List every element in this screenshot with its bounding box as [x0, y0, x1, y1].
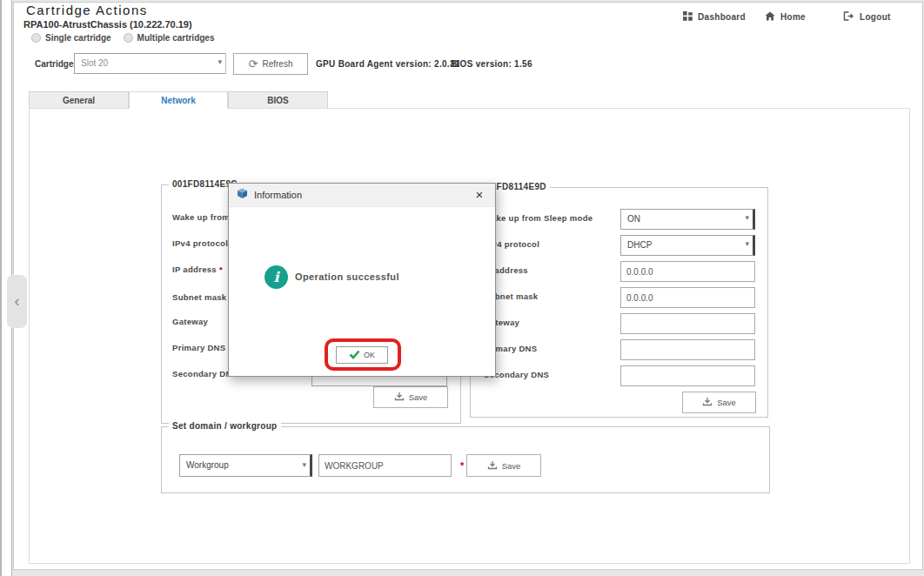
info-icon: i [264, 265, 288, 289]
field-label: Subnet mask* [172, 292, 232, 302]
ip-address-input-e9d[interactable] [620, 261, 755, 282]
nav-dashboard-label: Dashboard [698, 12, 746, 22]
cartridge-mode-radio-group: Single cartridge Multiple cartridges [31, 33, 214, 43]
nav-dashboard[interactable]: Dashboard [683, 9, 746, 24]
sidebar-collapse-handle[interactable]: ‹ [7, 275, 27, 328]
gateway-input-e9d[interactable] [620, 313, 755, 334]
bios-version: BIOS version: 1.56 [451, 59, 532, 69]
domain-workgroup-panel: Set domain / workgroup Workgroup ▾ * Sav… [161, 426, 770, 493]
nic-panel-e9d: 001FD8114E9D Wake up from Sleep mode ON … [470, 187, 768, 418]
domain-workgroup-legend: Set domain / workgroup [169, 421, 281, 431]
gpu-agent-version: GPU Board Agent version: 2.0.31 [316, 59, 460, 69]
select-value: ON [627, 214, 640, 224]
required-asterisk: * [460, 460, 464, 471]
information-dialog: Information × i Operation successful OK [228, 183, 496, 377]
domain-type-select[interactable]: Workgroup ▾ [179, 454, 312, 477]
radio-single-label: Single cartridge [45, 33, 111, 43]
page-title: Cartridge Actions [26, 3, 148, 17]
radio-multiple-label: Multiple cartridges [137, 33, 215, 43]
tab-general[interactable]: General [29, 91, 129, 109]
save-button-e9c[interactable]: Save [373, 386, 448, 408]
field-label: IPv4 protocol [172, 238, 231, 248]
save-label: Save [502, 461, 521, 471]
field-label: Wake up from Sleep mode [484, 213, 593, 223]
primary-dns-input-e9d[interactable] [620, 339, 755, 360]
subnet-mask-input-e9d[interactable] [620, 287, 755, 308]
check-icon [349, 350, 360, 361]
chevron-down-icon: ▾ [302, 461, 306, 469]
chevron-down-icon: ▾ [745, 240, 749, 248]
save-label: Save [717, 398, 736, 407]
dashboard-grid-icon [683, 9, 693, 24]
select-value: DHCP [627, 240, 652, 250]
dialog-message: Operation successful [295, 271, 399, 282]
tab-network[interactable]: Network [129, 91, 228, 109]
refresh-button[interactable]: ⟳ Refresh [233, 53, 308, 75]
secondary-dns-input-e9d[interactable] [620, 365, 755, 386]
save-button-e9d[interactable]: Save [682, 392, 756, 413]
required-asterisk: * [219, 265, 223, 274]
refresh-label: Refresh [262, 59, 292, 69]
radio-single-cartridge[interactable]: Single cartridge [31, 33, 111, 43]
ok-button[interactable]: OK [336, 346, 388, 364]
radio-icon [31, 33, 41, 43]
chevron-down-icon: ▾ [745, 214, 749, 222]
refresh-icon: ⟳ [249, 58, 258, 70]
cartridge-select-value: Slot 20 [81, 58, 108, 68]
logout-icon [843, 9, 854, 24]
nav-home[interactable]: Home [765, 9, 806, 24]
chevron-left-icon: ‹ [15, 292, 20, 311]
chassis-subtitle: RPA100-AtrustChassis (10.222.70.19) [23, 19, 192, 30]
wake-up-select-e9d[interactable]: ON ▾ [620, 209, 755, 230]
chevron-down-icon: ▾ [218, 58, 222, 66]
nav-home-label: Home [780, 12, 806, 22]
dialog-title-bar: Information × [229, 184, 495, 207]
save-button-domain[interactable]: Save [466, 454, 541, 477]
ipv4-protocol-select-e9d[interactable]: DHCP ▾ [620, 235, 755, 256]
home-icon [765, 9, 775, 24]
nav-logout[interactable]: Logout [843, 9, 891, 24]
save-icon [702, 397, 713, 408]
tab-bios[interactable]: BIOS [228, 91, 328, 109]
page: ‹ Cartridge Actions RPA100-AtrustChassis… [0, 0, 924, 576]
cartridge-select[interactable]: Slot 20 ▾ [74, 53, 226, 74]
cartridge-label: Cartridge [35, 59, 73, 69]
field-label: IP address* [172, 265, 223, 274]
dialog-title: Information [254, 190, 302, 200]
radio-multiple-cartridges[interactable]: Multiple cartridges [124, 33, 215, 43]
app-cube-icon [237, 187, 248, 203]
ok-label: OK [364, 351, 375, 359]
radio-icon [124, 33, 133, 43]
field-label: Primary DNS [172, 343, 225, 352]
workgroup-name-input[interactable] [318, 454, 452, 477]
nav-logout-label: Logout [860, 12, 891, 22]
field-label: Gateway [172, 317, 208, 326]
save-icon [394, 392, 405, 403]
close-icon[interactable]: × [472, 187, 487, 203]
save-icon [487, 460, 498, 472]
save-label: Save [409, 392, 428, 402]
select-value: Workgroup [186, 460, 229, 470]
